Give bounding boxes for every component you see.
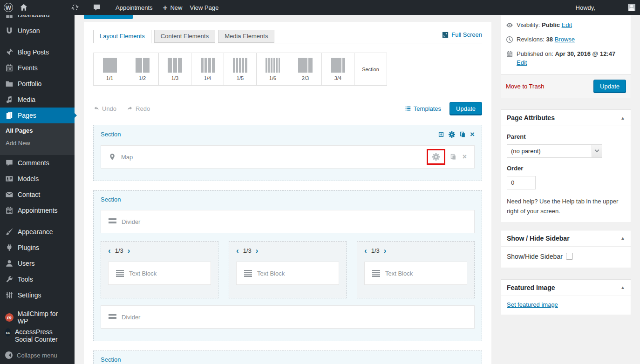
sidebar-item-comments[interactable]: Comments	[0, 155, 75, 171]
divider-element-bottom[interactable]: Divider	[101, 305, 475, 329]
sidebar-item-users[interactable]: Users	[0, 256, 75, 271]
visibility-edit-link[interactable]: Edit	[562, 21, 572, 28]
sidebar-item-portfolio[interactable]: Portfolio	[0, 76, 75, 92]
section-label: Section	[101, 131, 121, 138]
admin-bar-new[interactable]: + New	[163, 4, 183, 12]
layout-element-1-5[interactable]: 1/5	[224, 53, 257, 86]
set-featured-image-link[interactable]: Set featured image	[507, 301, 558, 308]
admin-bar: W Appointments + New View Page Howdy,	[0, 0, 640, 15]
parent-select[interactable]: (no parent)	[507, 144, 602, 158]
move-column-left-icon[interactable]: ‹	[364, 247, 367, 255]
sidebar-item-accesspress-social-counter[interactable]: sc AccessPress Social Counter	[0, 325, 75, 347]
columns-glyph	[200, 58, 215, 73]
collapse-arrow-icon	[5, 351, 13, 359]
collapse-panel-icon[interactable]: ▲	[620, 236, 625, 241]
move-column-right-icon[interactable]: ›	[384, 247, 387, 255]
sidebar-item-models[interactable]: Models	[0, 171, 75, 187]
templates-list-icon	[405, 105, 411, 112]
layout-element-1-6[interactable]: 1/6	[256, 53, 289, 86]
tab-layout-elements[interactable]: Layout Elements	[93, 30, 151, 43]
sidebar-item-media[interactable]: Media	[0, 92, 75, 108]
collapse-panel-icon[interactable]: ▲	[620, 115, 625, 121]
layout-element-3-4[interactable]: 3/4	[321, 53, 354, 86]
tab-content-elements[interactable]: Content Elements	[154, 30, 215, 43]
section-delete-icon[interactable]: ×	[470, 130, 475, 138]
sliders-icon	[5, 291, 14, 299]
sidebar-item-plugins[interactable]: Plugins	[0, 240, 75, 256]
updates-icon[interactable]	[71, 3, 79, 12]
publishing-actions: Move to Trash Update	[501, 74, 631, 98]
sidebar-item-events[interactable]: Events	[0, 60, 75, 76]
move-column-left-icon[interactable]: ‹	[108, 247, 111, 255]
text-block-icon	[116, 270, 124, 277]
update-button[interactable]: Update	[593, 80, 626, 93]
builder-column-1: ‹ 1/3 › Text Block	[101, 241, 218, 298]
move-to-trash-link[interactable]: Move to Trash	[506, 83, 544, 90]
sidebar-item-tools[interactable]: Tools	[0, 271, 75, 287]
pushpin-icon	[5, 48, 14, 56]
map-delete-icon[interactable]: ×	[463, 153, 467, 161]
brush-icon	[5, 228, 14, 236]
submenu-add-new[interactable]: Add New	[0, 137, 75, 149]
help-text: Need help? Use the Help tab in the upper…	[507, 197, 625, 216]
id-card-icon	[5, 175, 14, 183]
columns-glyph	[232, 58, 248, 73]
columns-row: ‹ 1/3 › Text Block ‹ 1/3 › Text Block	[101, 241, 475, 298]
columns-glyph	[102, 58, 117, 73]
layout-element-2-3[interactable]: 2/3	[289, 53, 322, 86]
sidebar-item-appearance[interactable]: Appearance	[0, 224, 75, 240]
avatar[interactable]	[628, 4, 635, 11]
wordpress-logo-icon[interactable]: W	[4, 3, 13, 12]
full-screen-button[interactable]: Full Screen	[442, 31, 482, 38]
divider-icon	[109, 218, 116, 225]
move-column-right-icon[interactable]: ›	[256, 247, 259, 255]
move-column-right-icon[interactable]: ›	[128, 247, 130, 255]
parent-label: Parent	[507, 133, 625, 140]
collapse-menu-button[interactable]: Collapse menu	[0, 349, 75, 362]
redo-button[interactable]: Redo	[127, 105, 150, 112]
sidebar-item-contact[interactable]: Contact	[0, 187, 75, 202]
sidebar-item-blog-posts[interactable]: Blog Posts	[0, 44, 75, 60]
sidebar-item-settings[interactable]: Settings	[0, 287, 75, 303]
section-settings-gear-icon[interactable]	[449, 131, 455, 138]
templates-button[interactable]: Templates	[405, 105, 441, 112]
submenu-all-pages[interactable]: All Pages	[0, 124, 75, 137]
undo-button[interactable]: Undo	[93, 105, 116, 112]
map-element[interactable]: Map ×	[101, 145, 475, 169]
text-block-element[interactable]: Text Block	[108, 262, 211, 285]
columns-glyph	[298, 58, 313, 73]
sidebar-item-pages[interactable]: Pages	[0, 108, 75, 123]
revisions-browse-link[interactable]: Browse	[555, 36, 575, 43]
builder-update-button[interactable]: Update	[449, 102, 482, 115]
section-save-template-icon[interactable]	[438, 131, 444, 138]
layout-element-1-2[interactable]: 1/2	[126, 53, 159, 86]
map-duplicate-icon[interactable]	[450, 154, 456, 160]
sidebar-item-unyson[interactable]: Unyson	[0, 23, 75, 39]
layout-element-1-3[interactable]: 1/3	[158, 53, 191, 86]
move-column-left-icon[interactable]: ‹	[236, 247, 239, 255]
collapse-panel-icon[interactable]: ▲	[620, 285, 625, 290]
tab-media-elements[interactable]: Media Elements	[218, 30, 274, 43]
text-block-element[interactable]: Text Block	[364, 262, 467, 285]
eye-icon	[506, 21, 513, 29]
layout-element-section[interactable]: Section	[354, 53, 387, 86]
order-input[interactable]	[507, 176, 536, 189]
admin-bar-view-page[interactable]: View Page	[190, 4, 218, 11]
howdy-label[interactable]: Howdy,	[576, 4, 595, 11]
divider-element-top[interactable]: Divider	[101, 210, 475, 233]
admin-bar-appointments[interactable]: Appointments	[116, 4, 153, 11]
sidebar-item-mailchimp[interactable]: m MailChimp for WP	[0, 310, 75, 325]
layout-element-1-4[interactable]: 1/4	[191, 53, 224, 86]
published-edit-link[interactable]: Edit	[517, 59, 527, 66]
section-duplicate-icon[interactable]	[459, 131, 466, 138]
builder-toggle-button-cutoff[interactable]	[84, 15, 133, 19]
calendar-icon	[5, 206, 14, 215]
home-icon[interactable]	[20, 3, 28, 12]
show-hide-sidebar-checkbox[interactable]	[566, 253, 573, 260]
comments-icon[interactable]	[93, 3, 101, 12]
sidebar-item-appointments[interactable]: Appointments	[0, 202, 75, 218]
map-settings-gear-icon[interactable]	[432, 153, 440, 161]
layout-element-1-1[interactable]: 1/1	[93, 53, 126, 86]
builder-column-3: ‹ 1/3 › Text Block	[357, 241, 475, 298]
text-block-element[interactable]: Text Block	[236, 262, 339, 285]
